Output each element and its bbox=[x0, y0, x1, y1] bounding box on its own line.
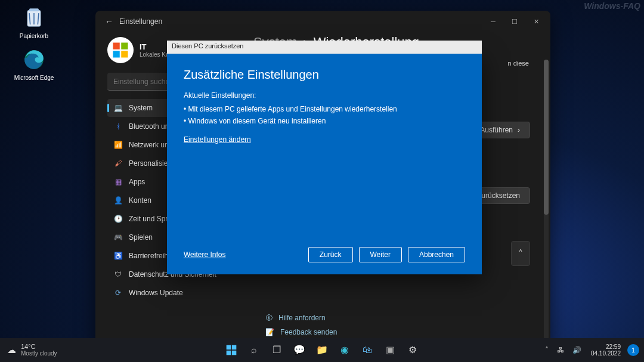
back-button[interactable]: ← bbox=[99, 17, 119, 26]
sidebar-item-label: Konten bbox=[129, 196, 151, 205]
nav-icon: 🖌 bbox=[113, 159, 123, 168]
nav-icon: ▦ bbox=[113, 177, 123, 187]
change-settings-link[interactable]: Einstellungen ändern bbox=[184, 135, 465, 144]
taskbar: ☁ 14°C Mostly cloudy ⌕ ❐ 💬 📁 ◉ 🛍 ▣ ⚙ ˄ 🖧… bbox=[0, 338, 644, 362]
avatar bbox=[107, 37, 134, 63]
settings-taskbar-button[interactable]: ⚙ bbox=[402, 340, 423, 360]
terminal-icon: ▣ bbox=[384, 344, 396, 356]
sidebar-item-label: Apps bbox=[129, 178, 145, 186]
sidebar-item-label: Windows Update bbox=[129, 289, 183, 297]
clock-time: 22:59 bbox=[591, 344, 621, 351]
scroll-thumb[interactable] bbox=[544, 60, 549, 215]
edge-icon bbox=[21, 47, 47, 73]
desktop-icon-label: Microsoft Edge bbox=[13, 75, 55, 81]
svg-rect-9 bbox=[227, 351, 231, 355]
help-icon: 🛈 bbox=[265, 314, 273, 322]
recycle-bin-icon bbox=[21, 5, 47, 31]
tray-network[interactable]: 🖧 bbox=[554, 346, 567, 354]
taskbar-center: ⌕ ❐ 💬 📁 ◉ 🛍 ▣ ⚙ bbox=[221, 340, 423, 360]
chevron-up-icon: ˄ bbox=[545, 346, 549, 354]
dialog-subheading: Aktuelle Einstellungen: bbox=[184, 91, 465, 100]
chevron-right-icon: › bbox=[518, 126, 520, 134]
tray-volume[interactable]: 🔊 bbox=[569, 346, 584, 354]
start-button[interactable] bbox=[221, 340, 242, 360]
notification-badge[interactable]: 1 bbox=[627, 344, 639, 356]
folder-icon: 📁 bbox=[316, 344, 328, 356]
nav-icon: 🎮 bbox=[113, 233, 123, 242]
desktop-recycle-bin[interactable]: Papierkorb bbox=[13, 5, 55, 39]
chevron-up-icon: ˄ bbox=[518, 248, 523, 259]
minimize-button[interactable]: ─ bbox=[482, 11, 504, 32]
svg-rect-3 bbox=[113, 43, 120, 49]
cancel-button[interactable]: Abbrechen bbox=[408, 247, 465, 262]
task-view-icon: ❐ bbox=[271, 344, 283, 356]
taskbar-clock[interactable]: 22:59 04.10.2022 bbox=[587, 344, 625, 357]
nav-icon: ⟳ bbox=[113, 288, 123, 298]
chat-icon: 💬 bbox=[293, 344, 305, 356]
close-button[interactable]: ✕ bbox=[525, 11, 547, 32]
nav-icon: 👤 bbox=[113, 196, 123, 205]
watermark: Windows-FAQ bbox=[584, 1, 640, 11]
expand-button[interactable]: ˄ bbox=[511, 241, 530, 266]
system-tray: ˄ 🖧 🔊 22:59 04.10.2022 1 bbox=[542, 344, 644, 357]
next-button[interactable]: Weiter bbox=[359, 247, 402, 262]
store-icon: 🛍 bbox=[361, 344, 373, 356]
nav-icon: 📶 bbox=[113, 140, 123, 150]
tray-overflow[interactable]: ˄ bbox=[542, 346, 552, 354]
explorer-button[interactable]: 📁 bbox=[312, 340, 332, 360]
weather-temp: 14°C bbox=[21, 344, 57, 350]
back-button[interactable]: Zurück bbox=[308, 247, 353, 262]
weather-icon: ☁ bbox=[7, 345, 16, 355]
nav-icon: ᚼ bbox=[113, 122, 123, 131]
gear-icon: ⚙ bbox=[407, 344, 419, 356]
dialog-list-item: Windows von diesem Gerät neu installiere… bbox=[184, 115, 465, 127]
terminal-button[interactable]: ▣ bbox=[380, 340, 400, 360]
nav-icon: 🛡 bbox=[113, 270, 123, 279]
reset-dialog: Diesen PC zurücksetzen Zusätzliche Einst… bbox=[167, 54, 482, 274]
desktop-edge[interactable]: Microsoft Edge bbox=[13, 47, 55, 81]
sidebar-item-windows-update[interactable]: ⟳Windows Update bbox=[107, 284, 234, 302]
feedback-icon: 📝 bbox=[265, 328, 274, 336]
clock-date: 04.10.2022 bbox=[591, 350, 621, 357]
dialog-heading: Zusätzliche Einstellungen bbox=[184, 68, 465, 82]
svg-rect-10 bbox=[232, 351, 237, 355]
volume-icon: 🔊 bbox=[572, 346, 581, 354]
sidebar-item-label: System bbox=[129, 104, 153, 112]
dialog-list: Mit diesem PC gelieferte Apps und Einste… bbox=[184, 103, 465, 127]
app-title: Einstellungen bbox=[119, 17, 482, 26]
weather-desc: Mostly cloudy bbox=[21, 350, 57, 357]
edge-taskbar-button[interactable]: ◉ bbox=[335, 340, 355, 360]
chat-button[interactable]: 💬 bbox=[289, 340, 309, 360]
task-view-button[interactable]: ❐ bbox=[267, 340, 287, 360]
svg-rect-8 bbox=[232, 345, 237, 350]
svg-rect-1 bbox=[29, 8, 39, 11]
svg-rect-7 bbox=[227, 345, 231, 350]
search-icon: ⌕ bbox=[248, 344, 260, 356]
search-button[interactable]: ⌕ bbox=[244, 340, 264, 360]
network-icon: 🖧 bbox=[557, 346, 564, 354]
nav-icon: 💻 bbox=[113, 103, 123, 113]
svg-rect-6 bbox=[121, 51, 128, 57]
dialog-title: Diesen PC zurücksetzen bbox=[167, 41, 482, 54]
nav-icon: 🕑 bbox=[113, 214, 123, 224]
svg-rect-5 bbox=[113, 51, 120, 57]
svg-rect-4 bbox=[121, 43, 128, 49]
help-link[interactable]: 🛈Hilfe anfordern bbox=[265, 314, 337, 322]
nav-icon: ♿ bbox=[113, 251, 123, 261]
dialog-list-item: Mit diesem PC gelieferte Apps und Einste… bbox=[184, 103, 465, 115]
maximize-button[interactable]: ☐ bbox=[504, 11, 525, 32]
sidebar-item-label: Spielen bbox=[129, 233, 153, 242]
weather-widget[interactable]: ☁ 14°C Mostly cloudy bbox=[0, 344, 64, 357]
more-info-link[interactable]: Weitere Infos bbox=[184, 250, 225, 259]
edge-icon: ◉ bbox=[339, 344, 351, 356]
titlebar: ← Einstellungen ─ ☐ ✕ bbox=[95, 11, 550, 32]
scrollbar[interactable] bbox=[544, 60, 549, 340]
desktop-icon-label: Papierkorb bbox=[13, 33, 55, 39]
store-button[interactable]: 🛍 bbox=[357, 340, 377, 360]
feedback-link[interactable]: 📝Feedback senden bbox=[265, 328, 337, 336]
